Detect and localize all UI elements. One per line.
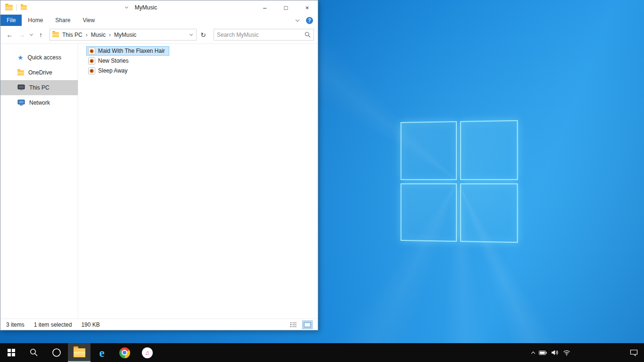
large-icons-view-button[interactable]	[303, 321, 312, 329]
minimize-button[interactable]: –	[254, 0, 275, 15]
music-file-icon	[88, 58, 95, 65]
navigation-pane: ★ Quick access OneDrive This PC	[0, 44, 78, 319]
sidebar-item-this-pc[interactable]: This PC	[0, 80, 78, 95]
status-selection: 1 item selected	[34, 321, 72, 328]
battery-tray-button[interactable]	[539, 351, 547, 355]
search-box[interactable]	[214, 29, 314, 41]
sidebar-item-onedrive[interactable]: OneDrive	[0, 65, 78, 80]
taskbar-search-button[interactable]	[23, 343, 45, 362]
sidebar-item-network[interactable]: Network	[0, 95, 78, 110]
sidebar-item-quick-access[interactable]: ★ Quick access	[0, 50, 78, 65]
file-name: New Stories	[98, 58, 129, 64]
logo-pane-top-right	[460, 120, 518, 180]
wifi-icon	[563, 350, 570, 356]
quick-access-toolbar-dropdown[interactable]	[124, 7, 129, 8]
tab-share[interactable]: Share	[49, 15, 76, 26]
start-button[interactable]	[0, 343, 23, 362]
window-title: MyMusic	[135, 4, 157, 11]
logo-pane-top-left	[401, 121, 457, 180]
expand-ribbon-button[interactable]	[295, 20, 300, 21]
close-button[interactable]: ×	[297, 0, 318, 15]
address-bar[interactable]: This PC › Music › MyMusic	[50, 29, 197, 41]
music-file-icon	[88, 48, 95, 55]
view-switcher	[289, 321, 312, 329]
refresh-button[interactable]: ↻	[198, 31, 208, 39]
ribbon-tab-bar: File Home Share View ?	[0, 15, 318, 26]
chrome-icon	[119, 347, 130, 358]
search-icon[interactable]	[305, 32, 311, 38]
show-hidden-icons-button[interactable]	[532, 351, 535, 355]
sidebar-item-label: OneDrive	[28, 69, 52, 76]
titlebar-separator	[17, 4, 17, 11]
explorer-app-icon	[5, 5, 13, 10]
taskbar-chrome-button[interactable]	[113, 343, 136, 362]
details-view-button[interactable]	[289, 321, 298, 329]
tab-file[interactable]: File	[0, 15, 22, 26]
address-folder-icon	[52, 32, 59, 37]
logo-pane-bottom-left	[401, 183, 457, 241]
file-explorer-icon	[74, 348, 85, 357]
file-name: Maid With The Flaxen Hair	[98, 48, 165, 54]
breadcrumb-this-pc[interactable]: This PC	[62, 32, 83, 38]
cortana-button[interactable]	[45, 343, 68, 362]
back-button[interactable]: ←	[4, 31, 15, 39]
recent-locations-dropdown[interactable]	[29, 34, 34, 35]
breadcrumb-separator-icon[interactable]: ›	[86, 32, 88, 38]
taskbar: e ♫	[0, 343, 644, 362]
up-button[interactable]: ↑	[35, 31, 46, 39]
file-list[interactable]: Maid With The Flaxen Hair New Stories	[78, 44, 318, 319]
itunes-icon: ♫	[142, 347, 153, 358]
cortana-circle-icon	[52, 348, 61, 357]
taskbar-internet-explorer-button[interactable]: e	[91, 343, 113, 362]
star-icon: ★	[17, 54, 24, 61]
windows-start-icon	[8, 349, 15, 356]
onedrive-folder-icon	[17, 70, 24, 75]
quick-access-toolbar-icon[interactable]	[21, 5, 27, 10]
windows-logo-wallpaper	[401, 120, 518, 243]
chevron-down-icon	[296, 17, 299, 21]
file-item[interactable]: New Stories	[86, 56, 133, 66]
large-icons-view-icon	[304, 322, 311, 328]
file-item[interactable]: Sleep Away	[86, 66, 132, 75]
ribbon-right-controls: ?	[295, 15, 313, 26]
breadcrumb-mymusic[interactable]: MyMusic	[114, 32, 136, 38]
details-view-icon	[290, 322, 297, 328]
status-bar: 3 items 1 item selected 190 KB	[0, 319, 318, 330]
explorer-body: ★ Quick access OneDrive This PC	[0, 44, 318, 319]
status-item-count: 3 items	[6, 321, 25, 328]
network-tray-button[interactable]	[563, 350, 570, 356]
taskbar-itunes-button[interactable]: ♫	[136, 343, 158, 362]
file-explorer-window: MyMusic – □ × File Home Share View ? ← →…	[0, 0, 318, 330]
speaker-icon	[551, 350, 559, 355]
forward-button[interactable]: →	[17, 31, 27, 39]
breadcrumb-music[interactable]: Music	[91, 32, 106, 38]
tab-view[interactable]: View	[76, 15, 101, 26]
navigation-toolbar: ← → ↑ This PC › Music › MyMusic ↻	[0, 26, 318, 44]
sidebar-item-label: Quick access	[28, 54, 61, 61]
action-center-button[interactable]	[623, 343, 644, 362]
file-name: Sleep Away	[98, 67, 128, 74]
logo-pane-bottom-right	[460, 183, 518, 243]
internet-explorer-icon: e	[99, 347, 104, 359]
chevron-down-icon	[30, 32, 33, 35]
search-input[interactable]	[217, 32, 305, 38]
taskbar-file-explorer-button[interactable]	[68, 343, 91, 362]
title-bar[interactable]: MyMusic – □ ×	[0, 0, 318, 15]
taskbar-spacer	[570, 343, 623, 362]
help-button[interactable]: ?	[306, 17, 313, 24]
file-item-selected[interactable]: Maid With The Flaxen Hair	[86, 46, 169, 56]
desktop: MyMusic – □ × File Home Share View ? ← →…	[0, 0, 644, 362]
system-tray	[532, 343, 570, 362]
sidebar-item-label: Network	[29, 99, 50, 106]
status-selection-size: 190 KB	[81, 321, 99, 328]
breadcrumb-separator-icon[interactable]: ›	[109, 32, 111, 38]
volume-tray-button[interactable]	[551, 350, 559, 355]
tab-home[interactable]: Home	[22, 15, 49, 26]
address-dropdown-button[interactable]	[189, 34, 194, 35]
music-file-icon	[88, 67, 95, 74]
computer-icon	[17, 84, 25, 91]
maximize-button[interactable]: □	[275, 0, 297, 15]
chevron-up-icon	[531, 351, 535, 355]
chevron-down-icon	[125, 5, 128, 8]
window-controls: – □ ×	[254, 0, 318, 15]
